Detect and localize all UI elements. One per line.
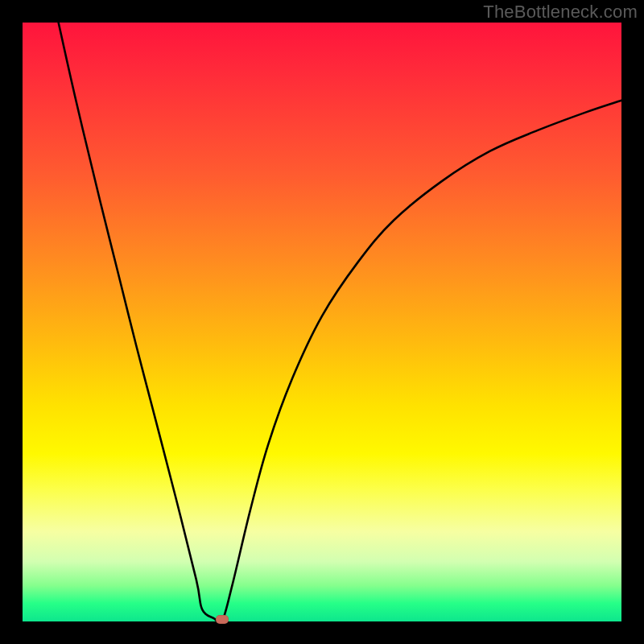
chart-frame: TheBottleneck.com bbox=[0, 0, 644, 644]
bottleneck-curve bbox=[23, 23, 621, 621]
plot-area bbox=[23, 23, 621, 621]
min-marker bbox=[216, 615, 229, 624]
watermark-text: TheBottleneck.com bbox=[483, 2, 638, 23]
